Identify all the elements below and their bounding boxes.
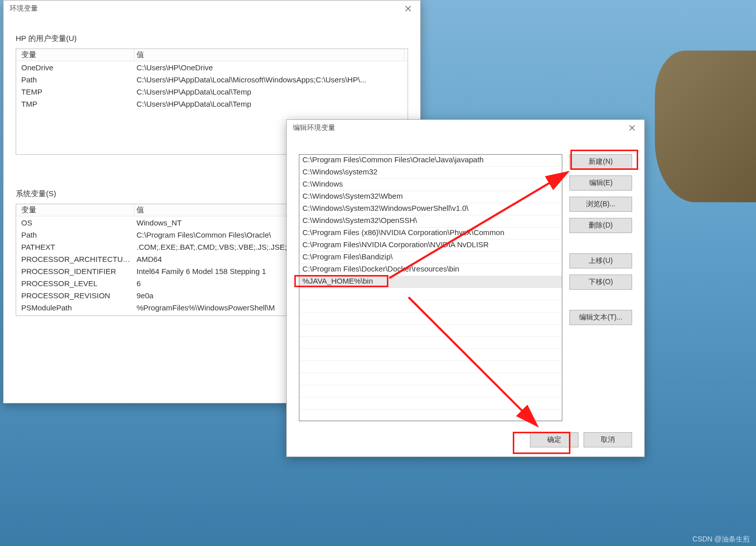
header-variable: 变量 xyxy=(19,204,135,216)
delete-button[interactable]: 删除(D) xyxy=(569,218,632,233)
var-value: C:\Users\HP\OneDrive xyxy=(135,62,405,73)
var-name: OS xyxy=(19,217,135,228)
window-title: 环境变量 xyxy=(10,4,38,13)
list-item-empty[interactable] xyxy=(299,397,562,410)
list-item-empty[interactable] xyxy=(299,385,562,397)
var-value: C:\Users\HP\AppData\Local\Temp xyxy=(135,86,405,97)
list-item-empty[interactable] xyxy=(299,312,562,325)
edit-button[interactable]: 编辑(E) xyxy=(569,175,632,191)
table-header: 变量 值 xyxy=(16,49,408,61)
list-item[interactable]: C:\Program Files (x86)\NVIDIA Corporatio… xyxy=(299,228,562,240)
var-name: PROCESSOR_LEVEL xyxy=(19,278,135,289)
list-item-empty[interactable] xyxy=(299,373,562,385)
list-item-empty[interactable] xyxy=(299,300,562,312)
edit-text-button[interactable]: 编辑文本(T)... xyxy=(569,310,632,325)
user-vars-label: HP 的用户变量(U) xyxy=(16,34,408,43)
list-item-empty[interactable] xyxy=(299,410,562,422)
list-item[interactable]: C:\Program Files\NVIDIA Corporation\NVID… xyxy=(299,240,562,252)
var-name: TMP xyxy=(19,99,135,109)
path-list[interactable]: C:\Program Files\Common Files\Oracle\Jav… xyxy=(299,154,562,421)
list-item[interactable]: C:\Program Files\Common Files\Oracle\Jav… xyxy=(299,155,562,167)
close-button[interactable] xyxy=(396,1,420,17)
list-item[interactable]: C:\Windows\System32\Wbem xyxy=(299,191,562,203)
var-value: C:\Users\HP\AppData\Local\Microsoft\Wind… xyxy=(135,74,405,85)
window-title: 编辑环境变量 xyxy=(293,123,335,132)
list-item-empty[interactable] xyxy=(299,337,562,349)
table-row[interactable]: TMPC:\Users\HP\AppData\Local\Temp xyxy=(16,98,408,110)
new-button[interactable]: 新建(N) xyxy=(569,154,632,169)
window-titlebar: 编辑环境变量 xyxy=(287,120,644,136)
list-item[interactable]: C:\Windows\System32\WindowsPowerShell\v1… xyxy=(299,203,562,215)
list-item[interactable]: C:\Windows\System32\OpenSSH\ xyxy=(299,215,562,228)
window-titlebar: 环境变量 xyxy=(4,1,420,17)
var-name: PSModulePath xyxy=(19,302,135,313)
close-icon xyxy=(405,6,411,12)
close-button[interactable] xyxy=(620,120,644,136)
header-value: 值 xyxy=(135,49,405,61)
list-item-empty[interactable] xyxy=(299,288,562,300)
list-item[interactable]: C:\Program Files\Bandizip\ xyxy=(299,252,562,264)
var-name: Path xyxy=(19,74,135,85)
list-item[interactable]: C:\Program Files\Docker\Docker\resources… xyxy=(299,264,562,276)
header-variable: 变量 xyxy=(19,49,135,61)
table-row[interactable]: TEMPC:\Users\HP\AppData\Local\Temp xyxy=(16,85,408,98)
list-item-empty[interactable] xyxy=(299,325,562,337)
move-up-button[interactable]: 上移(U) xyxy=(569,253,632,268)
var-name: PROCESSOR_ARCHITECTURE xyxy=(19,254,135,264)
cancel-button[interactable]: 取消 xyxy=(584,432,632,447)
close-icon xyxy=(629,125,635,131)
list-item[interactable]: C:\Windows\system32 xyxy=(299,167,562,179)
list-item-empty[interactable] xyxy=(299,361,562,373)
table-row[interactable]: PathC:\Users\HP\AppData\Local\Microsoft\… xyxy=(16,73,408,85)
list-item[interactable]: C:\Windows xyxy=(299,179,562,191)
ok-button[interactable]: 确定 xyxy=(530,432,579,447)
table-row[interactable]: OneDriveC:\Users\HP\OneDrive xyxy=(16,61,408,73)
move-down-button[interactable]: 下移(O) xyxy=(569,275,632,290)
browse-button[interactable]: 浏览(B)... xyxy=(569,197,632,212)
var-name: PATHEXT xyxy=(19,242,135,252)
list-item-empty[interactable] xyxy=(299,349,562,361)
var-name: TEMP xyxy=(19,86,135,97)
var-name: Path xyxy=(19,230,135,240)
list-item[interactable]: %JAVA_HOME%\bin xyxy=(299,276,562,288)
var-name: PROCESSOR_REVISION xyxy=(19,290,135,301)
watermark-text: CSDN @油条生煎 xyxy=(692,535,750,544)
var-name: PROCESSOR_IDENTIFIER xyxy=(19,266,135,277)
var-name: OneDrive xyxy=(19,62,135,73)
var-value: C:\Users\HP\AppData\Local\Temp xyxy=(135,99,405,109)
edit-environment-variable-window: 编辑环境变量 C:\Program Files\Common Files\Ora… xyxy=(286,119,645,457)
